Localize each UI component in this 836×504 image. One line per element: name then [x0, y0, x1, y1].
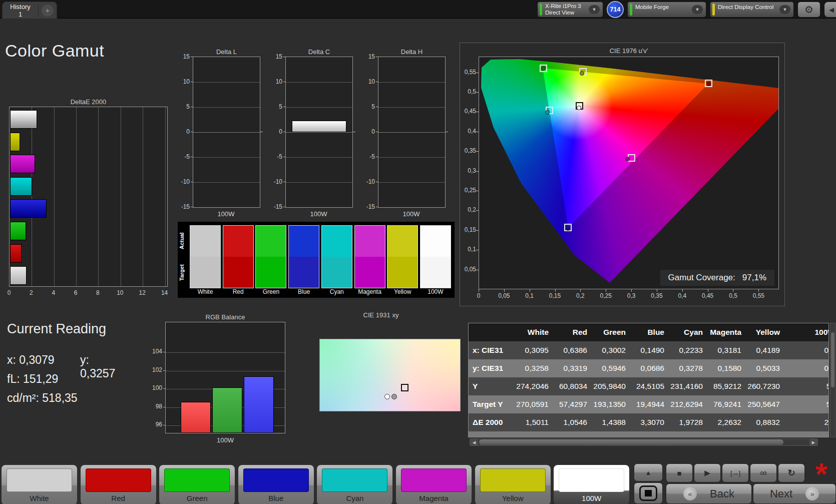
delta-y-tick: [283, 82, 285, 82]
delta-y-tick-label: -15: [178, 203, 190, 210]
back-button[interactable]: « Back: [666, 483, 752, 504]
refresh-button[interactable]: ↻: [778, 463, 805, 482]
cie-x-tick-label: 0,4: [672, 292, 692, 299]
pattern-button-label: Cyan: [317, 494, 392, 502]
cie-y-tick-label: 0,4: [461, 128, 476, 135]
table-header-cell: Blue: [630, 323, 669, 341]
range-icon: [↔]: [730, 469, 740, 477]
deltae-plot-area: [9, 107, 168, 287]
target-swatch: [289, 257, 319, 288]
add-tab-button[interactable]: +: [42, 5, 54, 17]
next-button[interactable]: Next »: [753, 483, 836, 504]
workflow-dropdown[interactable]: Direct Display Control ▼: [710, 2, 794, 18]
cie-x-tick-label: 0,05: [494, 292, 514, 299]
scrollbar-thumb[interactable]: [479, 439, 783, 445]
delta-gridline: [193, 132, 260, 133]
cie-actual-marker-cyan: [545, 110, 550, 115]
delta-zero-tick: [446, 132, 448, 132]
collapse-panel-button[interactable]: ◀: [824, 2, 836, 18]
delta-y-tick: [283, 57, 285, 57]
pattern-button-green[interactable]: Green: [159, 464, 235, 504]
scroll-left-icon[interactable]: ◀: [470, 439, 478, 445]
pattern-window-button[interactable]: [634, 482, 663, 504]
play-icon: ▶: [704, 468, 710, 477]
gear-icon[interactable]: ⚙: [797, 2, 820, 18]
table-vertical-scrollbar[interactable]: [830, 323, 835, 437]
cie-actual-marker-magenta: [625, 157, 630, 161]
table-header-cell: Cyan: [669, 323, 707, 341]
meter-dropdown[interactable]: X-Rite i1Pro 3 Direct View ▼: [537, 2, 603, 18]
rgb-balance-chart: RGB Balance 100W 1041021009896: [148, 313, 289, 446]
delta-zero-tick: [353, 132, 355, 132]
cie-x-tick-label: 0,45: [698, 292, 718, 299]
cie-y-tick-label: 0,45: [461, 108, 476, 115]
delta-y-tick-label: -5: [178, 153, 190, 160]
deltae-x-tick-label: 10: [110, 289, 130, 296]
cie-y-tick-label: 0,15: [461, 226, 476, 233]
delta-y-tick: [376, 207, 378, 207]
scroll-right-icon[interactable]: ▶: [809, 439, 817, 445]
pattern-button-white[interactable]: White: [1, 464, 78, 504]
play-button[interactable]: ▶: [694, 463, 721, 482]
table-cell: 274,2046: [515, 377, 553, 395]
swatch-column-label: Red: [221, 288, 256, 295]
table-cell: 0,3: [784, 359, 829, 377]
stop-button[interactable]: ■: [666, 463, 693, 482]
delta-y-tick: [283, 207, 285, 207]
delta-y-tick: [376, 107, 378, 107]
swatch-column-100w: [420, 225, 451, 288]
table-cell: 0,0686: [630, 359, 669, 377]
target-swatch: [355, 257, 385, 288]
cie-x-tick-label: 0,2: [570, 292, 590, 299]
rgb-bar-green: [212, 387, 242, 433]
scrollbar-thumb[interactable]: [831, 332, 834, 387]
delta-h-title: Delta H: [378, 48, 446, 56]
reading-y: y: 0,3257: [80, 353, 115, 380]
deltae-bar-magenta: [10, 155, 35, 173]
continuous-measure-button[interactable]: ∞: [750, 463, 777, 482]
rgb-y-tick-label: 100: [148, 384, 162, 391]
deltae-gridline: [165, 107, 166, 286]
cie-y-tick: [476, 132, 479, 132]
pattern-button-label: Magenta: [396, 494, 472, 502]
actual-swatch: [387, 226, 417, 257]
pattern-swatch: [243, 468, 309, 492]
table-cell: 0,3181: [707, 341, 746, 359]
pattern-button-red[interactable]: Red: [80, 464, 157, 504]
pattern-swatch: [86, 468, 151, 492]
scroll-up-button[interactable]: ▲: [634, 463, 663, 481]
source-dropdown[interactable]: Mobile Forge ▼: [627, 2, 706, 18]
pattern-swatch: [480, 468, 546, 492]
swatch-column-blue: [288, 225, 319, 288]
table-cell: 1,0546: [553, 413, 592, 431]
actual-swatch: [322, 226, 352, 257]
pattern-button-blue[interactable]: Blue: [238, 464, 314, 504]
cie-1931-chart: CIE 1931 xy: [300, 310, 462, 411]
range-measure-button[interactable]: [↔]: [722, 463, 749, 482]
cie-y-tick: [476, 73, 479, 73]
pattern-button-cyan[interactable]: Cyan: [316, 464, 393, 504]
delta-gridline: [193, 82, 260, 83]
swatch-column-yellow: [387, 225, 418, 288]
target-swatch: [223, 257, 253, 288]
swatch-column-green: [255, 225, 286, 288]
cie-y-tick-label: 0,25: [461, 187, 476, 194]
tab-history-1[interactable]: History 1 +: [2, 2, 57, 19]
cie-x-tick-label: 0,15: [545, 292, 565, 299]
pattern-button-magenta[interactable]: Magenta: [395, 464, 472, 504]
deltae-gridline: [121, 107, 121, 286]
rgb-bar-red: [181, 402, 211, 433]
tab-label: History 1: [3, 3, 38, 18]
deltae-x-tick-label: 14: [155, 289, 175, 296]
table-header-cell: Yellow: [746, 323, 784, 341]
pattern-swatch: [401, 468, 467, 492]
swatch-column-label: Green: [253, 288, 288, 295]
table-horizontal-scrollbar[interactable]: ◀ ▶: [470, 438, 818, 446]
table-cell: 0,5033: [746, 359, 784, 377]
deltae-x-tick-label: 8: [88, 289, 108, 296]
target-swatch: [421, 257, 451, 288]
rgb-balance-title: RGB Balance: [165, 313, 285, 321]
pattern-button-yellow[interactable]: Yellow: [475, 464, 551, 504]
delta-y-tick: [283, 157, 285, 157]
pattern-button-100w[interactable]: 100W: [553, 464, 630, 504]
